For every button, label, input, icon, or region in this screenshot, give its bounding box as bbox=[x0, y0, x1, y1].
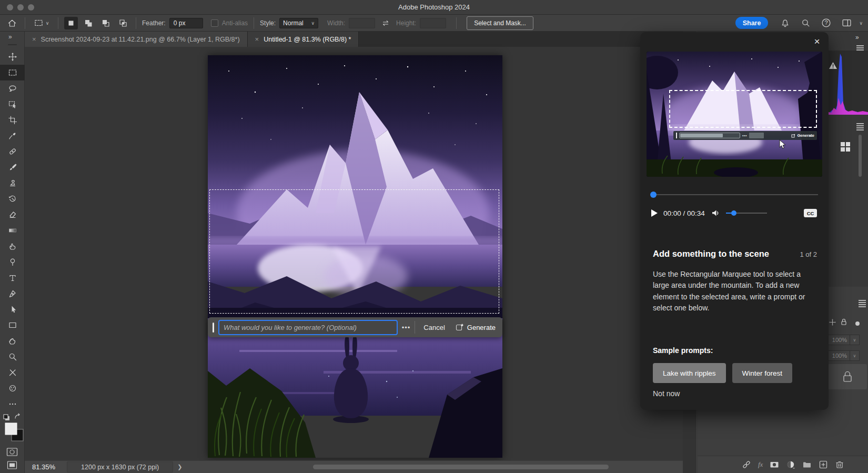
share-button[interactable]: Share bbox=[735, 17, 769, 29]
zoom-level[interactable]: 81.35% bbox=[32, 463, 55, 471]
intersect-selection-mode-button[interactable] bbox=[116, 17, 130, 29]
quick-mask-icon[interactable] bbox=[6, 447, 18, 457]
status-chevron-icon[interactable]: ❯ bbox=[177, 464, 182, 470]
gen-bar-drag-handle[interactable] bbox=[213, 323, 214, 333]
histogram-warning-icon[interactable] bbox=[829, 62, 837, 69]
anti-alias-checkbox[interactable] bbox=[211, 19, 218, 27]
lasso-tool[interactable] bbox=[0, 80, 25, 96]
opacity-dropdown[interactable]: 100% ∨ bbox=[826, 335, 860, 345]
close-window-button[interactable] bbox=[7, 4, 13, 11]
zoom-tool[interactable] bbox=[0, 349, 25, 365]
path-selection-tool[interactable] bbox=[0, 301, 25, 317]
layer-effects-icon[interactable]: fx bbox=[758, 460, 763, 469]
lock-all-icon[interactable] bbox=[840, 318, 847, 326]
mixer-brush-tool[interactable] bbox=[0, 380, 25, 396]
minimize-window-button[interactable] bbox=[17, 4, 24, 11]
sample-prompt-lake-button[interactable]: Lake with ripples bbox=[653, 363, 726, 383]
not-now-button[interactable]: Not now bbox=[653, 389, 680, 398]
hand-tool[interactable] bbox=[0, 333, 25, 349]
play-icon[interactable] bbox=[651, 209, 658, 217]
generate-button[interactable]: Generate bbox=[453, 323, 498, 331]
libraries-grid-icon[interactable] bbox=[841, 142, 850, 152]
close-icon[interactable]: × bbox=[811, 35, 823, 48]
add-layer-mask-icon[interactable] bbox=[770, 460, 779, 469]
brush-tool[interactable] bbox=[0, 159, 25, 175]
chevron-down-icon: ∨ bbox=[46, 21, 49, 26]
tab-close-icon[interactable]: × bbox=[32, 36, 36, 43]
subtract-from-selection-mode-button[interactable] bbox=[99, 17, 113, 29]
delete-layer-icon[interactable] bbox=[835, 460, 844, 469]
smudge-tool[interactable] bbox=[0, 238, 25, 254]
generate-prompt-input[interactable] bbox=[218, 320, 398, 335]
more-options-icon[interactable]: ••• bbox=[402, 324, 411, 331]
spot-healing-brush-tool[interactable] bbox=[0, 144, 25, 159]
add-to-selection-mode-button[interactable] bbox=[82, 17, 95, 29]
lock-button[interactable] bbox=[828, 364, 867, 389]
pen-tool[interactable] bbox=[0, 286, 25, 301]
notifications-bell-icon[interactable] bbox=[778, 17, 792, 29]
link-layers-icon[interactable] bbox=[742, 460, 751, 469]
horizontal-scrollbar[interactable] bbox=[313, 465, 609, 469]
feather-input[interactable]: 0 px bbox=[169, 18, 203, 28]
tab-screenshot-document[interactable]: × Screenshot 2024-09-23 at 11.42.21.png … bbox=[25, 32, 248, 47]
width-label: Width: bbox=[327, 19, 345, 27]
panel-scrollbar[interactable] bbox=[859, 135, 862, 177]
tutorial-video-player[interactable]: ••• Generate bbox=[647, 52, 822, 177]
eyedropper-tool[interactable] bbox=[0, 128, 25, 144]
swap-dimensions-icon[interactable] bbox=[379, 17, 392, 29]
video-generate-button: Generate bbox=[791, 133, 814, 138]
dodge-tool[interactable] bbox=[0, 254, 25, 270]
style-select[interactable]: Normal ∨ bbox=[279, 18, 318, 28]
screen-mode-icon[interactable] bbox=[7, 460, 17, 470]
collapse-toolbar-icon[interactable]: » bbox=[8, 33, 13, 41]
search-icon[interactable] bbox=[799, 17, 812, 29]
type-tool[interactable] bbox=[0, 270, 25, 286]
history-brush-tool[interactable] bbox=[0, 191, 25, 207]
pencil-tool[interactable] bbox=[0, 365, 25, 380]
width-input[interactable] bbox=[349, 18, 375, 28]
gradient-tool[interactable] bbox=[0, 223, 25, 238]
panel-menu-icon[interactable] bbox=[856, 123, 864, 130]
collapse-panels-icon[interactable]: » bbox=[855, 34, 860, 41]
tab-close-icon[interactable]: × bbox=[255, 36, 259, 43]
crop-tool[interactable] bbox=[0, 112, 25, 128]
edit-toolbar-icon[interactable] bbox=[0, 396, 25, 412]
help-icon[interactable]: ? bbox=[819, 17, 833, 29]
workspace-chevron-icon[interactable]: ∨ bbox=[859, 21, 863, 26]
tab-untitled-document[interactable]: × Untitled-1 @ 81.3% (RGB/8) * bbox=[248, 32, 359, 47]
volume-icon[interactable] bbox=[711, 209, 720, 217]
rectangle-tool[interactable] bbox=[0, 317, 25, 333]
divider bbox=[415, 321, 415, 334]
zoom-window-button[interactable] bbox=[28, 4, 34, 11]
adjustment-layer-icon[interactable] bbox=[786, 460, 795, 469]
new-layer-icon[interactable] bbox=[819, 460, 828, 469]
rectangular-marquee-tool[interactable] bbox=[0, 65, 25, 80]
select-and-mask-button[interactable]: Select and Mask... bbox=[467, 16, 533, 30]
foreground-color-swatch[interactable] bbox=[4, 422, 24, 442]
new-group-icon[interactable] bbox=[802, 460, 812, 469]
sample-prompt-winter-button[interactable]: Winter forest bbox=[732, 363, 793, 383]
workspace-icon[interactable] bbox=[840, 17, 853, 29]
layers-panel-menu-icon[interactable] bbox=[859, 300, 866, 307]
fill-dropdown[interactable]: 100% ∨ bbox=[826, 350, 860, 361]
move-tool[interactable] bbox=[0, 49, 25, 65]
height-input[interactable] bbox=[420, 18, 446, 28]
volume-slider[interactable] bbox=[726, 209, 767, 217]
video-progress-thumb[interactable] bbox=[650, 192, 657, 198]
swap-colors-icon[interactable] bbox=[14, 413, 22, 421]
tool-preset-picker[interactable]: ∨ bbox=[31, 17, 52, 29]
lock-position-icon[interactable] bbox=[829, 319, 836, 326]
closed-captions-button[interactable]: CC bbox=[804, 209, 817, 217]
object-selection-tool[interactable] bbox=[0, 96, 25, 112]
default-colors-icon[interactable] bbox=[3, 414, 10, 421]
video-progress-slider[interactable] bbox=[651, 194, 818, 195]
toolbar-gripper[interactable] bbox=[8, 44, 17, 45]
video-generate-icon bbox=[791, 134, 795, 138]
video-gen-input bbox=[679, 133, 740, 138]
volume-thumb[interactable] bbox=[731, 210, 736, 216]
eraser-tool[interactable] bbox=[0, 207, 25, 223]
new-selection-mode-button[interactable] bbox=[64, 17, 78, 29]
clone-stamp-tool[interactable] bbox=[0, 175, 25, 191]
cancel-button[interactable]: Cancel bbox=[419, 324, 449, 331]
home-icon[interactable] bbox=[5, 17, 19, 29]
